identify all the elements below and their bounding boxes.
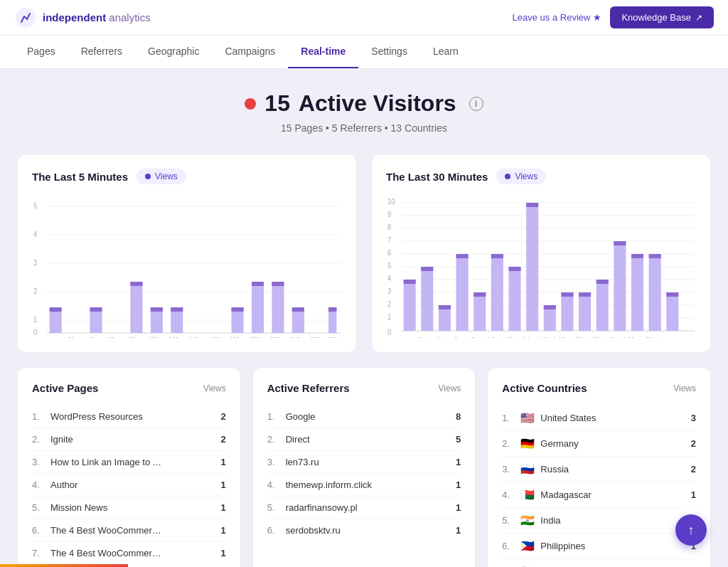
bottom-cards-row: Active Pages Views 1. WordPress Resource…	[17, 367, 711, 567]
active-referrers-title: Active Referrers	[267, 382, 350, 394]
list-item: 3. 🇷🇺 Russia 2	[502, 457, 696, 482]
header-actions: Leave us a Review ★ Knowledge Base ↗	[513, 6, 714, 28]
active-pages-card: Active Pages Views 1. WordPress Resource…	[17, 367, 241, 567]
main-content: 15 Active Visitors i 15 Pages • 5 Referr…	[0, 69, 728, 567]
active-referrers-list: 1. Google 8 2. Direct 5 3. len73.ru	[267, 406, 461, 541]
views-dot-left	[145, 174, 151, 179]
bar-11	[272, 282, 284, 333]
active-pages-title: Active Pages	[32, 382, 98, 394]
info-icon[interactable]: i	[469, 97, 483, 111]
rbar-4-top	[473, 292, 486, 297]
list-item: 3. len73.ru 1	[267, 451, 461, 474]
list-item: 4. 🇲🇬 Madagascar 1	[502, 482, 696, 508]
list-item: 4. themewp.inform.click 1	[267, 474, 461, 497]
charts-row: The Last 5 Minutes Views 5 4 3 2 1 0	[17, 154, 711, 353]
list-item: 1. 🇺🇸 United States 3	[502, 406, 696, 431]
rbar-3-top	[456, 254, 469, 258]
chart-right-badge: Views	[496, 169, 546, 184]
flag-in: 🇮🇳	[520, 514, 535, 527]
active-countries-title: Active Countries	[502, 382, 587, 394]
y-label-3r: 3	[387, 287, 391, 295]
visitor-count: 15	[264, 90, 290, 117]
hero-section: 15 Active Visitors i 15 Pages • 5 Referr…	[17, 90, 711, 134]
active-pages-header: Active Pages Views	[32, 382, 226, 394]
x-label-60: -60 sec	[106, 336, 127, 338]
x-label-280: -280 sec	[325, 336, 342, 338]
y-label-1: 1	[33, 316, 37, 324]
logo: independent analytics	[14, 6, 151, 29]
nav-item-settings[interactable]: Settings	[358, 36, 420, 68]
list-item: 4. Author 1	[32, 474, 226, 497]
y-label-2r: 2	[387, 300, 391, 308]
y-label-4r: 4	[387, 275, 392, 282]
y-label-9: 9	[387, 211, 391, 218]
chart-right-title: The Last 30 Minutes	[386, 171, 488, 183]
star-icon: ★	[593, 12, 601, 23]
nav-item-referrers[interactable]: Referrers	[68, 36, 135, 68]
active-countries-views-label: Views	[673, 383, 696, 393]
rbar-7	[526, 203, 538, 331]
rbar-15-top	[666, 292, 678, 297]
rbar-9	[561, 292, 573, 331]
rbar-13	[631, 254, 643, 331]
flag-us: 🇺🇸	[520, 411, 535, 425]
nav-item-geographic[interactable]: Geographic	[135, 36, 212, 68]
active-pages-list: 1. WordPress Resources 2 2. Ignite 2 3.	[32, 406, 226, 564]
y-label-8: 8	[387, 223, 391, 231]
leave-review-link[interactable]: Leave us a Review ★	[513, 12, 602, 23]
x-label-80: -80 sec	[127, 336, 147, 338]
list-item: 7. 🇹🇭 Thailand 1	[502, 559, 696, 567]
active-pages-views-label: Views	[203, 383, 226, 393]
flag-mg: 🇲🇬	[520, 488, 535, 502]
list-item: 5. Mission News 1	[32, 497, 226, 519]
bar-2-top	[90, 307, 102, 312]
active-referrers-header: Active Referrers Views	[267, 382, 461, 394]
external-link-icon: ↗	[695, 13, 702, 23]
list-item: 2. Ignite 2	[32, 428, 226, 451]
x-label-40: -40 sec	[86, 336, 107, 338]
y-label-5r: 5	[387, 262, 391, 270]
list-item: 3. How to Link an Image to Any URL in Wo…	[32, 451, 226, 474]
list-item: 1. WordPress Resources 2	[32, 406, 226, 428]
flag-de: 🇩🇪	[520, 437, 535, 450]
rx-label-28: -28 min	[643, 336, 664, 338]
rbar-5	[491, 254, 503, 331]
views-dot-right	[505, 174, 510, 179]
scroll-to-top-button[interactable]: ↑	[675, 514, 707, 546]
rbar-1	[421, 267, 433, 331]
bar-4-top	[130, 282, 142, 286]
nav-item-campaigns[interactable]: Campaigns	[212, 36, 288, 68]
rbar-10	[579, 292, 591, 331]
hero-subtitle: 15 Pages • 5 Referrers • 13 Countries	[17, 122, 711, 134]
nav-item-realtime[interactable]: Real-time	[288, 36, 358, 68]
bar-10	[252, 282, 264, 333]
y-label-3: 3	[33, 259, 37, 267]
views-badge-label-left: Views	[155, 171, 178, 181]
bar-14-top	[328, 307, 336, 312]
list-item: 6. The 4 Best WooCommerce Customer Order…	[32, 519, 226, 542]
y-label-1r: 1	[387, 313, 391, 321]
knowledge-base-button[interactable]: Knowledge Base ↗	[610, 6, 714, 28]
bar-6-top	[171, 307, 183, 312]
chart-left-title: The Last 5 Minutes	[32, 171, 128, 183]
logo-text: independent analytics	[43, 11, 151, 23]
rbar-12-top	[614, 241, 626, 245]
nav-item-learn[interactable]: Learn	[420, 36, 471, 68]
y-label-10: 10	[387, 198, 395, 206]
rbar-14-top	[649, 254, 661, 258]
x-label-now: now	[47, 336, 58, 338]
bar-10-top	[252, 282, 264, 286]
navigation: Pages Referrers Geographic Campaigns Rea…	[0, 36, 728, 69]
rbar-7-top	[526, 203, 538, 207]
progress-bar	[0, 564, 128, 567]
rbar-12	[614, 241, 626, 331]
chart-left-badge: Views	[136, 169, 186, 184]
nav-item-pages[interactable]: Pages	[14, 36, 68, 68]
rbar-0	[404, 280, 416, 331]
chart-left-header: The Last 5 Minutes Views	[32, 169, 342, 184]
rbar-1-top	[421, 267, 433, 271]
header: independent analytics Leave us a Review …	[0, 0, 728, 36]
bar-chart-right: 10 9 8 7 6 5 4 3 2 1 0	[386, 196, 696, 338]
rbar-6	[509, 267, 521, 331]
list-item: 1. Google 8	[267, 406, 461, 428]
